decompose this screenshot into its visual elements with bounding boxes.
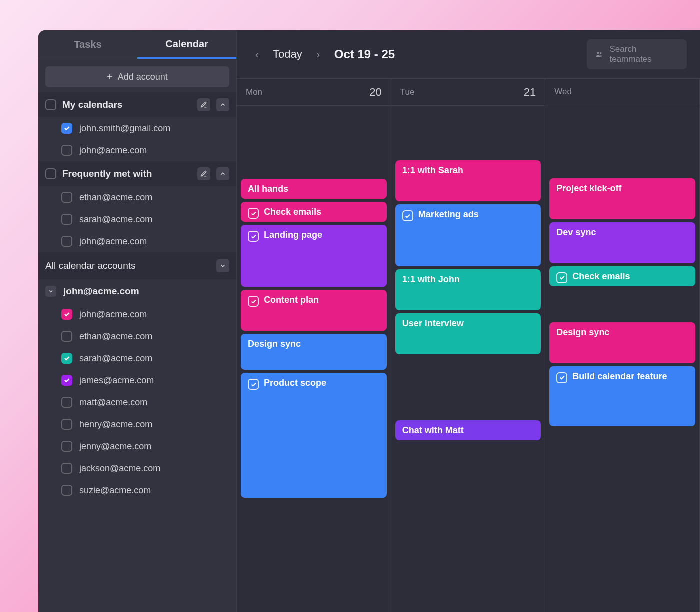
calendar-item[interactable]: john.smith@gmail.com [38,117,236,139]
calendar-item[interactable]: ethan@acme.com [38,186,236,208]
day-header: Wed [546,79,700,105]
my-calendars-title: My calendars [62,99,192,110]
event-title: Check emails [264,207,322,217]
event-title: 1:1 with John [402,274,460,285]
calendar-item[interactable]: james@acme.com [38,369,236,391]
event-checkbox[interactable] [248,296,259,307]
calendar-checkbox[interactable] [62,331,72,342]
event[interactable]: Marketing ads [396,204,542,266]
calendar-label: matt@acme.com [80,397,148,408]
calendar-label: john@acme.com [80,145,147,156]
next-button[interactable]: › [312,47,326,61]
calendar-checkbox[interactable] [62,397,72,408]
event[interactable]: Check emails [241,202,387,222]
calendar-checkbox[interactable] [62,192,72,203]
my-calendars-list: john.smith@gmail.comjohn@acme.com [38,117,236,161]
event[interactable]: Build calendar feature [550,366,696,426]
tab-tasks[interactable]: Tasks [38,30,138,59]
chevron-down-icon [46,286,56,297]
day-header: Mon 20 [237,79,391,106]
event-checkbox[interactable] [248,379,259,390]
add-account-button[interactable]: + Add account [46,66,230,87]
collapse-icon[interactable] [216,167,230,180]
event[interactable]: Project kick-off [550,178,696,219]
event-title: 1:1 with Sarah [402,165,464,176]
calendar-checkbox[interactable] [62,236,72,247]
event[interactable]: 1:1 with Sarah [396,160,542,201]
calendar-item[interactable]: sarah@acme.com [38,208,236,230]
event-title: Check emails [572,271,630,282]
my-calendars-checkbox[interactable] [46,99,56,110]
account-row[interactable]: john@acme.com [38,279,236,303]
sidebar: Tasks Calendar + Add account My calendar… [38,30,237,612]
calendar-item[interactable]: suzie@acme.com [38,479,236,501]
event[interactable]: All hands [241,179,387,199]
collapse-icon[interactable] [216,259,230,272]
edit-icon[interactable] [198,98,210,111]
calendar-label: james@acme.com [80,375,154,386]
day-name: Mon [246,87,262,97]
calendar-checkbox[interactable] [62,441,72,452]
collapse-icon[interactable] [216,98,230,111]
event[interactable]: Chat with Matt [396,420,542,440]
edit-icon[interactable] [198,167,210,180]
calendar-item[interactable]: john@acme.com [38,303,236,325]
calendar-item[interactable]: jackson@acme.com [38,457,236,479]
calendar-grid: Mon 20 All handsCheck emailsLanding page… [237,78,700,612]
day-name: Wed [554,87,572,97]
toolbar: ‹ Today › Oct 19 - 25 Search teammates [237,30,700,78]
calendar-item[interactable]: henry@acme.com [38,413,236,435]
search-input[interactable]: Search teammates [587,39,687,69]
calendar-checkbox[interactable] [62,214,72,225]
calendar-checkbox[interactable] [62,485,72,496]
all-accounts-header: All calendar accounts [38,252,236,279]
calendar-checkbox[interactable] [62,419,72,430]
calendar-label: john@acme.com [80,236,147,247]
calendar-item[interactable]: jenny@acme.com [38,435,236,457]
svg-point-0 [597,52,599,54]
calendar-checkbox[interactable] [62,309,72,320]
day-number: 21 [524,86,536,99]
calendar-label: jenny@acme.com [80,441,152,452]
event[interactable]: Design sync [550,322,696,363]
event[interactable]: Content plan [241,290,387,331]
calendar-checkbox[interactable] [62,463,72,474]
app-window: Tasks Calendar + Add account My calendar… [38,30,700,612]
event-checkbox[interactable] [402,210,414,221]
frequently-met-list: ethan@acme.comsarah@acme.comjohn@acme.co… [38,186,236,252]
event-checkbox[interactable] [248,231,259,242]
event-title: Build calendar feature [572,371,667,382]
freq-checkbox[interactable] [46,168,56,179]
svg-point-1 [600,52,602,54]
event[interactable]: Product scope [241,373,387,498]
calendar-label: john@acme.com [80,309,147,320]
calendar-label: sarah@acme.com [80,353,152,364]
calendar-label: ethan@acme.com [80,331,152,342]
event[interactable]: Landing page [241,225,387,287]
calendar-item[interactable]: john@acme.com [38,230,236,252]
calendar-checkbox[interactable] [62,353,72,364]
calendar-label: henry@acme.com [80,419,152,430]
calendar-item[interactable]: ethan@acme.com [38,325,236,347]
event-checkbox[interactable] [556,372,568,383]
calendar-item[interactable]: matt@acme.com [38,391,236,413]
event[interactable]: Design sync [241,334,387,370]
event[interactable]: Check emails [550,266,696,286]
prev-button[interactable]: ‹ [250,47,264,61]
calendar-checkbox[interactable] [62,375,72,386]
main: ‹ Today › Oct 19 - 25 Search teammates M… [237,30,700,612]
event[interactable]: User interview [396,313,542,354]
calendar-item[interactable]: sarah@acme.com [38,347,236,369]
event[interactable]: Dev sync [550,222,696,263]
events-tue: 1:1 with SarahMarketing ads1:1 with John… [392,106,546,612]
event[interactable]: 1:1 with John [396,269,542,310]
calendar-checkbox[interactable] [62,123,72,134]
event-checkbox[interactable] [556,272,568,283]
event-title: Design sync [248,339,301,349]
tab-calendar[interactable]: Calendar [138,30,236,59]
calendar-checkbox[interactable] [62,145,72,156]
date-range: Oct 19 - 25 [334,47,395,61]
calendar-item[interactable]: john@acme.com [38,139,236,161]
event-checkbox[interactable] [248,208,259,219]
today-button[interactable]: Today [273,48,302,61]
